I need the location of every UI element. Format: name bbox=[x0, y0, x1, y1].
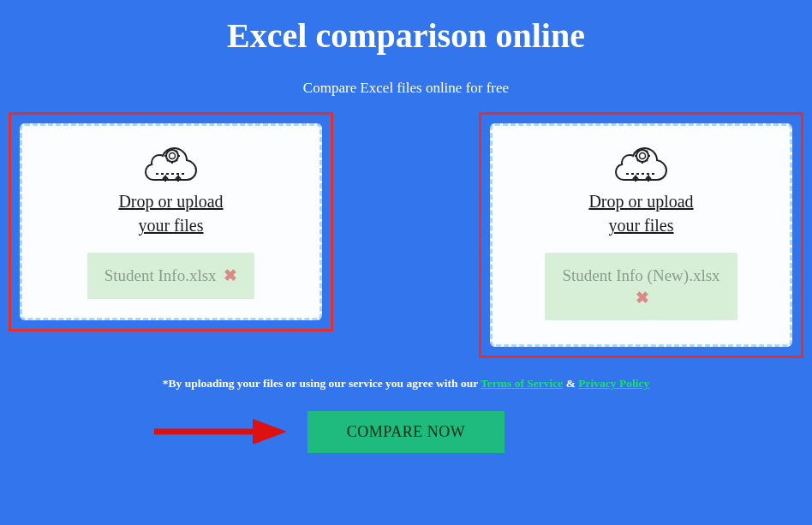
svg-line-17 bbox=[637, 151, 639, 152]
file-chip-name: Student Info.xlsx bbox=[104, 266, 217, 284]
svg-line-6 bbox=[167, 151, 169, 152]
file-chip-left: Student Info.xlsx ✖ bbox=[87, 253, 255, 299]
dropzone-left-wrapper: Drop or upload your files Student Info.x… bbox=[9, 112, 333, 358]
file-chip-name: Student Info (New).xlsx bbox=[562, 266, 719, 284]
dropzone-label: Drop or upload your files bbox=[118, 189, 223, 237]
terms-of-service-link[interactable]: Terms of Service bbox=[481, 377, 563, 390]
arrow-annotation-icon bbox=[150, 415, 287, 449]
svg-line-8 bbox=[167, 160, 169, 162]
svg-line-9 bbox=[176, 151, 177, 152]
svg-point-1 bbox=[169, 153, 175, 159]
highlight-box-left: Drop or upload your files Student Info.x… bbox=[9, 112, 333, 331]
disclaimer-amp: & bbox=[563, 377, 578, 390]
remove-file-icon[interactable]: ✖ bbox=[224, 266, 237, 284]
compare-row: COMPARE NOW bbox=[0, 411, 812, 453]
dropzone-label: Drop or upload your files bbox=[588, 189, 693, 237]
dropzone-left[interactable]: Drop or upload your files Student Info.x… bbox=[20, 123, 322, 320]
cloud-upload-icon bbox=[144, 141, 199, 184]
disclaimer: *By uploading your files or using our se… bbox=[0, 377, 812, 391]
compare-now-button[interactable]: COMPARE NOW bbox=[307, 411, 505, 453]
svg-line-7 bbox=[176, 160, 177, 162]
dropzone-right[interactable]: Drop or upload your files Student Info (… bbox=[490, 123, 792, 347]
dropzone-row: Drop or upload your files Student Info.x… bbox=[0, 97, 812, 358]
svg-marker-23 bbox=[253, 419, 287, 444]
page-subtitle: Compare Excel files online for free bbox=[0, 80, 812, 97]
svg-line-20 bbox=[646, 151, 648, 152]
cloud-upload-icon bbox=[614, 141, 669, 184]
highlight-box-right: Drop or upload your files Student Info (… bbox=[479, 112, 803, 358]
page-title: Excel comparison online bbox=[0, 0, 812, 56]
dropzone-label-line2: your files bbox=[608, 216, 673, 235]
disclaimer-text: *By uploading your files or using our se… bbox=[163, 377, 481, 390]
dropzone-right-wrapper: Drop or upload your files Student Info (… bbox=[479, 112, 803, 358]
svg-line-19 bbox=[637, 160, 639, 162]
privacy-policy-link[interactable]: Privacy Policy bbox=[578, 377, 649, 390]
dropzone-label-line1: Drop or upload bbox=[588, 192, 693, 211]
svg-line-18 bbox=[646, 160, 648, 162]
dropzone-label-line1: Drop or upload bbox=[118, 192, 223, 211]
dropzone-label-line2: your files bbox=[138, 216, 203, 235]
remove-file-icon[interactable]: ✖ bbox=[636, 289, 649, 307]
file-chip-right: Student Info (New).xlsx ✖ bbox=[545, 253, 737, 320]
svg-point-12 bbox=[639, 153, 645, 159]
